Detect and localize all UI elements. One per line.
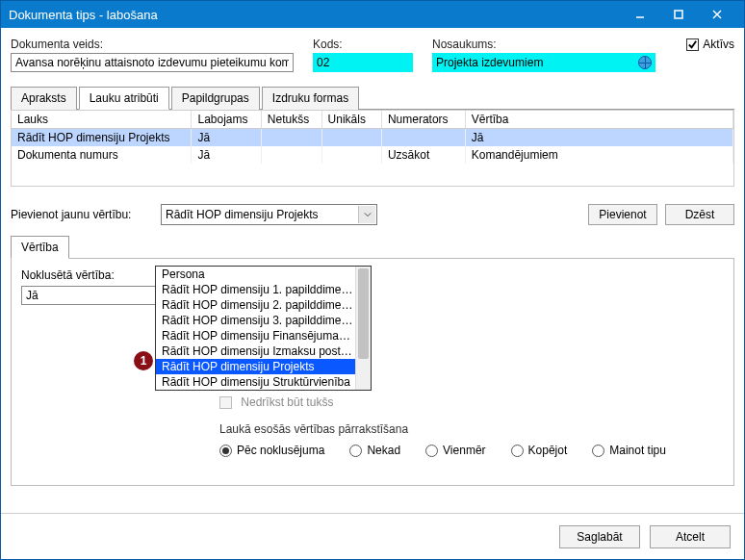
grid-header-row: LauksLabojamsNetukšsUnikālsNumeratorsVēr… (12, 111, 733, 129)
column-header[interactable]: Vērtība (465, 111, 732, 129)
close-button[interactable] (698, 1, 736, 28)
dropdown-scrollbar[interactable] (355, 267, 371, 390)
default-value-label: Noklusētā vērtība: (21, 268, 115, 282)
add-value-label: Pievienot jaunu vērtību: (11, 208, 153, 221)
dropdown-option[interactable]: Persona (156, 267, 371, 282)
column-header[interactable]: Lauks (12, 111, 192, 129)
overwrite-legend: Laukā esošās vērtības pārrakstīšana (219, 422, 724, 436)
main-tabs: AprakstsLauku atribūtiPapildgrupasIzdruk… (11, 86, 734, 110)
scrollbar-thumb[interactable] (358, 268, 369, 359)
maximize-button[interactable] (659, 1, 698, 28)
checkbox-icon (219, 396, 232, 409)
code-label: Kods: (313, 38, 413, 51)
radio-nekad[interactable]: Nekad (349, 444, 400, 457)
active-label: Aktīvs (703, 38, 734, 51)
not-empty-checkbox: Nedrīkst būt tukšs (219, 395, 724, 409)
column-header[interactable]: Numerators (381, 111, 465, 129)
globe-icon[interactable] (638, 56, 652, 69)
tab-papildgrupas[interactable]: Papildgrupas (171, 87, 260, 110)
table-row[interactable]: Rādīt HOP dimensiju ProjektsJāJā (12, 129, 733, 147)
radio-icon (592, 445, 604, 457)
tab-lauku-atribūti[interactable]: Lauku atribūti (79, 87, 169, 110)
header-row: Dokumenta veids: Kods: Nosaukums: (11, 38, 734, 72)
radio-icon (425, 445, 438, 457)
save-button[interactable]: Saglabāt (559, 525, 640, 548)
annotation-marker-1: 1 (134, 351, 153, 370)
dropdown-option[interactable]: Rādīt HOP dimensiju Projekts (156, 359, 371, 374)
add-value-dropdown[interactable]: PersonaRādīt HOP dimensiju 1. papilddime… (155, 266, 372, 391)
cancel-button[interactable]: Atcelt (650, 525, 731, 548)
dropdown-option[interactable]: Rādīt HOP dimensiju Finansējuma postenis (156, 328, 371, 344)
footer: Saglabāt Atcelt (1, 513, 744, 559)
add-value-row: Pievienot jaunu vērtību: Rādīt HOP dimen… (11, 204, 734, 225)
dropdown-option[interactable]: Rādīt HOP dimensiju 2. papilddimensija (156, 297, 371, 313)
default-value-input[interactable] (21, 286, 156, 305)
radio-icon (219, 445, 232, 457)
radio-pēc-noklusējuma[interactable]: Pēc noklusējuma (219, 444, 324, 457)
column-header[interactable]: Unikāls (321, 111, 381, 129)
radio-vienmēr[interactable]: Vienmēr (425, 444, 485, 457)
dropdown-option[interactable]: Rādīt HOP dimensiju 3. papilddimensija (156, 313, 371, 328)
value-panel: Noklusētā vērtība: Labošana atļauta Nedr… (11, 259, 734, 486)
not-empty-label: Nedrīkst būt tukšs (241, 395, 333, 409)
add-value-selected: Rādīt HOP dimensiju Projekts (166, 208, 319, 221)
radio-mainot-tipu[interactable]: Mainot tipu (592, 444, 666, 457)
subtab-vērtība[interactable]: Vērtība (11, 236, 69, 259)
svg-rect-1 (675, 11, 682, 18)
add-value-combo[interactable]: Rādīt HOP dimensiju Projekts (161, 204, 377, 225)
radio-icon (511, 445, 524, 457)
content-area: Dokumenta veids: Kods: Nosaukums: (1, 28, 744, 513)
radio-icon (349, 445, 362, 457)
table-row[interactable]: Dokumenta numursJāUzsākotKomandējumiem (12, 146, 733, 164)
dropdown-option[interactable]: Rādīt HOP dimensiju Struktūrvienība (156, 374, 371, 390)
tab-apraksts[interactable]: Apraksts (11, 87, 77, 110)
add-button[interactable]: Pievienot (588, 204, 657, 225)
name-input[interactable] (432, 53, 655, 72)
code-input[interactable] (313, 53, 413, 72)
fields-grid: LauksLabojamsNetukšsUnikālsNumeratorsVēr… (11, 110, 734, 187)
chevron-down-icon (358, 206, 375, 223)
sub-tabs: Vērtība (11, 235, 734, 259)
check-icon (686, 38, 699, 51)
delete-button[interactable]: Dzēst (665, 204, 734, 225)
window: Dokumenta tips - labošana Dokumenta veid… (0, 0, 745, 560)
radio-kopējot[interactable]: Kopējot (511, 444, 568, 457)
doc-kind-label: Dokumenta veids: (11, 38, 294, 51)
active-checkbox[interactable]: Aktīvs (686, 38, 734, 51)
overwrite-radios: Pēc noklusējumaNekadVienmērKopējotMainot… (219, 444, 724, 457)
dropdown-option[interactable]: Rādīt HOP dimensiju 1. papilddimensija (156, 282, 371, 297)
column-header[interactable]: Netukšs (261, 111, 321, 129)
dropdown-option[interactable]: Rādīt HOP dimensiju Izmaksu postenis (156, 344, 371, 359)
column-header[interactable]: Labojams (192, 111, 261, 129)
titlebar: Dokumenta tips - labošana (1, 1, 744, 28)
minimize-button[interactable] (621, 1, 659, 28)
window-title: Dokumenta tips - labošana (9, 8, 621, 22)
doc-kind-input[interactable] (11, 53, 294, 72)
name-label: Nosaukums: (432, 38, 655, 51)
tab-izdruku-formas[interactable]: Izdruku formas (262, 87, 359, 110)
